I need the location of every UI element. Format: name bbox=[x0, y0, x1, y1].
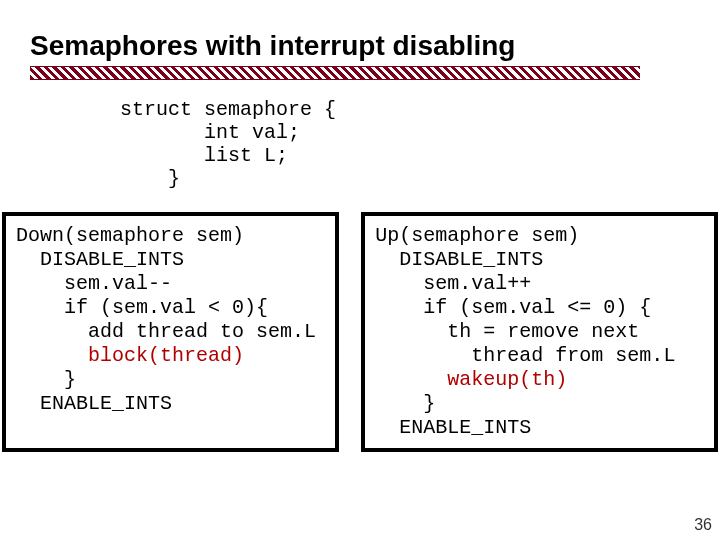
up-line: th = remove next bbox=[375, 320, 639, 343]
up-line: DISABLE_INTS bbox=[375, 248, 543, 271]
code-columns: Down(semaphore sem) DISABLE_INTS sem.val… bbox=[2, 212, 718, 452]
down-line: if (sem.val < 0){ bbox=[16, 296, 268, 319]
down-line: DISABLE_INTS bbox=[16, 248, 184, 271]
up-line: if (sem.val <= 0) { bbox=[375, 296, 651, 319]
up-line: Up(semaphore sem) bbox=[375, 224, 579, 247]
up-line-highlight: wakeup(th) bbox=[375, 368, 567, 391]
down-line: add thread to sem.L bbox=[16, 320, 316, 343]
down-line-highlight: block(thread) bbox=[16, 344, 244, 367]
up-line: ENABLE_INTS bbox=[375, 416, 531, 439]
slide-title: Semaphores with interrupt disabling bbox=[30, 30, 690, 62]
up-line: thread from sem.L bbox=[375, 344, 675, 367]
struct-code: struct semaphore { int val; list L; } bbox=[120, 98, 690, 190]
page-number: 36 bbox=[694, 516, 712, 534]
down-codebox: Down(semaphore sem) DISABLE_INTS sem.val… bbox=[2, 212, 339, 452]
down-line: Down(semaphore sem) bbox=[16, 224, 244, 247]
down-line: } bbox=[16, 368, 76, 391]
up-line: } bbox=[375, 392, 435, 415]
slide: Semaphores with interrupt disabling stru… bbox=[0, 0, 720, 540]
up-line: sem.val++ bbox=[375, 272, 531, 295]
up-codebox: Up(semaphore sem) DISABLE_INTS sem.val++… bbox=[361, 212, 718, 452]
down-line: sem.val-- bbox=[16, 272, 172, 295]
down-line: ENABLE_INTS bbox=[16, 392, 172, 415]
title-underline bbox=[30, 66, 640, 80]
